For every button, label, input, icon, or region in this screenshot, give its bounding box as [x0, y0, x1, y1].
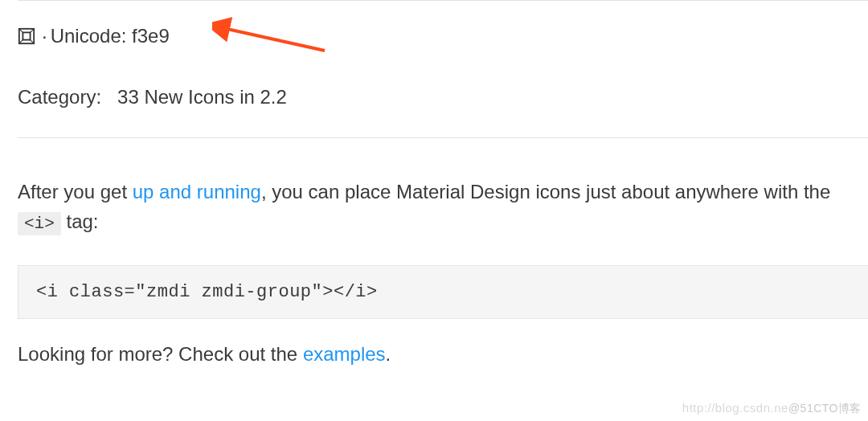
group-icon — [18, 27, 35, 45]
footer-paragraph: Looking for more? Check out the examples… — [18, 335, 868, 366]
code-example-block: <i class="zmdi zmdi-group"></i> — [18, 265, 868, 319]
intro-text-3: tag: — [61, 210, 99, 232]
footer-text-2: . — [386, 343, 391, 365]
unicode-value: f3e9 — [132, 25, 170, 47]
intro-text-2: , you can place Material Design icons ju… — [261, 181, 830, 202]
category-value: 33 New Icons in 2.2 — [117, 86, 287, 108]
watermark-url: http://blog.csdn.ne — [682, 401, 788, 415]
meta-separator: · — [42, 25, 47, 47]
examples-link[interactable]: examples — [303, 343, 386, 365]
up-and-running-link[interactable]: up and running — [133, 181, 261, 202]
inline-code-i-tag: <i> — [18, 212, 61, 235]
watermark: http://blog.csdn.ne@51CTO博客 — [682, 401, 862, 416]
intro-text-1: After you get — [18, 181, 133, 202]
intro-paragraph: After you get up and running, you can pl… — [18, 138, 868, 238]
category-label: Category: — [18, 86, 101, 108]
footer-text-1: Looking for more? Check out the — [18, 343, 303, 365]
watermark-suffix: @51CTO博客 — [788, 402, 862, 415]
svg-line-7 — [223, 28, 325, 51]
unicode-label: Unicode: — [51, 25, 127, 47]
category-row: Category: 33 New Icons in 2.2 — [18, 55, 868, 137]
svg-rect-1 — [23, 32, 30, 39]
icon-meta-row: · Unicode: f3e9 — [18, 1, 868, 55]
